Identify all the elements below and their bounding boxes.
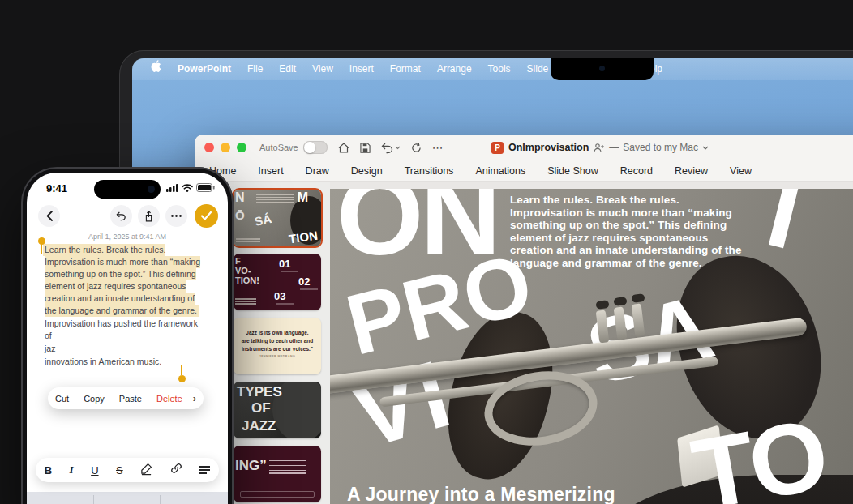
slide-canvas[interactable]: ON I PRO VI SA (330, 189, 853, 504)
document-title: OnImprovisation (508, 142, 589, 153)
context-cut[interactable]: Cut (48, 394, 76, 404)
slide-thumbnail-3[interactable]: Jazz is its own language. are talking to… (234, 318, 321, 374)
more-button[interactable] (165, 205, 187, 227)
back-button[interactable] (38, 205, 60, 227)
menu-item-arrange[interactable]: Arrange (430, 58, 479, 80)
redo-icon[interactable] (411, 143, 422, 153)
iphone-screen: 9:41 April 1, 2025 at 9:41 AM (27, 173, 228, 504)
thumb1-paragraph-lines (256, 193, 294, 204)
selection-end-handle[interactable] (178, 375, 186, 382)
tab-view[interactable]: View (730, 165, 752, 177)
saved-text: Saved to my Mac (623, 142, 698, 153)
wifi-icon (182, 184, 193, 192)
thumb2-title: F (235, 257, 241, 266)
thumb5-title: ING” (235, 459, 267, 472)
share-button[interactable] (138, 205, 160, 227)
text-context-menu: Cut Copy Paste Delete › (48, 387, 204, 409)
zoom-window-button[interactable] (237, 143, 246, 152)
link-button[interactable] (170, 463, 182, 477)
menu-item-powerpoint[interactable]: PowerPoint (170, 58, 238, 80)
tab-design[interactable]: Design (351, 165, 383, 177)
menu-item-tools[interactable]: Tools (481, 58, 518, 80)
thumb2-title: TION! (235, 276, 259, 285)
thumb4-title: TYPES (237, 385, 282, 399)
italic-button[interactable]: I (70, 463, 74, 476)
thumb5-paragraph-lines (269, 459, 306, 475)
done-check-button[interactable] (195, 204, 218, 228)
powerpoint-app-icon: P (491, 142, 504, 154)
thumb4-title: OF (251, 401, 271, 415)
macos-menu-bar: PowerPoint File Edit View Insert Format … (132, 58, 853, 80)
home-icon[interactable] (338, 143, 349, 153)
slide-thumbnail-1[interactable]: N M Ō SÁ TION (234, 190, 321, 246)
menu-item-view[interactable]: View (305, 58, 341, 80)
menu-item-edit[interactable]: Edit (272, 58, 303, 80)
more-toolbar-icon[interactable]: ⋯ (432, 142, 444, 153)
menu-item-insert[interactable]: Insert (342, 58, 381, 80)
context-copy[interactable]: Copy (76, 394, 112, 404)
strikethrough-button[interactable]: S (116, 464, 123, 476)
tab-draw[interactable]: Draw (306, 165, 329, 177)
thumb2-number-03: 03 (274, 291, 285, 301)
menu-item-format[interactable]: Format (383, 58, 428, 80)
battery-icon (196, 183, 215, 192)
tab-review[interactable]: Review (675, 165, 708, 177)
tab-slideshow[interactable]: Slide Show (547, 165, 598, 177)
thumb2-caption-line (281, 271, 298, 272)
list-format-button[interactable] (199, 464, 210, 476)
thumb1-letter: Ō (235, 209, 245, 221)
note-text-area[interactable]: Learn the rules. Break the rules. Improv… (45, 244, 207, 368)
window-titlebar: AutoSave ⋯ P OnImprovisatio (195, 135, 853, 160)
slide-caption: A Journey into a Mesmerizing (347, 484, 615, 504)
minimize-window-button[interactable] (221, 143, 230, 152)
ribbon-tabs: Home Insert Draw Design Transitions Anim… (195, 160, 853, 182)
predictive-text-bar[interactable] (27, 492, 228, 504)
note-line: Improvisation has pushed the framework o… (45, 318, 207, 342)
slide-thumbnail-4[interactable]: TYPES OF JAZZ (234, 382, 321, 438)
slide-canvas-area: ON I PRO VI SA (330, 182, 853, 504)
bold-button[interactable]: B (45, 464, 52, 476)
selected-text[interactable]: Learn the rules. Break the rules. Improv… (43, 244, 200, 317)
status-time: 9:41 (46, 182, 67, 194)
cellular-signal-icon (166, 184, 178, 192)
selection-end-stem (181, 365, 182, 375)
slide-letter-to: TO (687, 412, 831, 504)
context-more-chevron[interactable]: › (190, 392, 204, 404)
tab-record[interactable]: Record (620, 165, 653, 177)
undo-icon[interactable] (381, 143, 401, 153)
underline-button[interactable]: U (91, 464, 98, 476)
slide-letter-i: I (760, 189, 806, 257)
document-title-group: P OnImprovisation — Saved to my Mac (491, 135, 709, 160)
keyboard: Q W E R T Y U I O P A S D F G H (27, 492, 228, 504)
menu-item-file[interactable]: File (240, 58, 270, 80)
undo-button[interactable] (110, 205, 132, 227)
macbook-screen: PowerPoint File Edit View Insert Format … (132, 58, 853, 504)
highlighter-button[interactable] (140, 463, 152, 478)
stage: PowerPoint File Edit View Insert Format … (0, 0, 853, 504)
slide-thumbnail-5[interactable]: ING” (234, 446, 321, 502)
tab-transitions[interactable]: Transitions (405, 165, 454, 177)
thumb4-title: JAZZ (242, 419, 276, 433)
autosave-toggle[interactable] (303, 141, 328, 154)
apple-icon[interactable] (144, 58, 169, 80)
format-toolbar: B I U S (36, 458, 219, 482)
tab-animations[interactable]: Animations (475, 165, 525, 177)
powerpoint-window: AutoSave ⋯ P OnImprovisatio (195, 135, 853, 504)
tab-insert[interactable]: Insert (258, 165, 283, 177)
thumb2-number-01: 01 (279, 258, 290, 269)
context-paste[interactable]: Paste (112, 394, 149, 404)
ppt-content: N M Ō SÁ TION F VO- TION! 01 02 03 (195, 182, 853, 504)
thumb2-caption-line (300, 288, 318, 290)
status-icons (166, 183, 215, 192)
thumb2-caption-line (276, 303, 294, 305)
save-icon[interactable] (360, 143, 371, 153)
context-delete[interactable]: Delete (149, 394, 190, 404)
slide-paragraph: Learn the rules. Break the rules. Improv… (510, 194, 750, 269)
saved-status[interactable]: — Saved to my Mac (594, 142, 709, 153)
collaborate-icon (594, 143, 605, 152)
camera-dot (599, 66, 605, 71)
thumb1-letter: N (235, 191, 245, 204)
close-window-button[interactable] (204, 143, 214, 152)
slide-thumbnail-2[interactable]: F VO- TION! 01 02 03 (234, 254, 321, 310)
chevron-down-icon (702, 146, 709, 150)
